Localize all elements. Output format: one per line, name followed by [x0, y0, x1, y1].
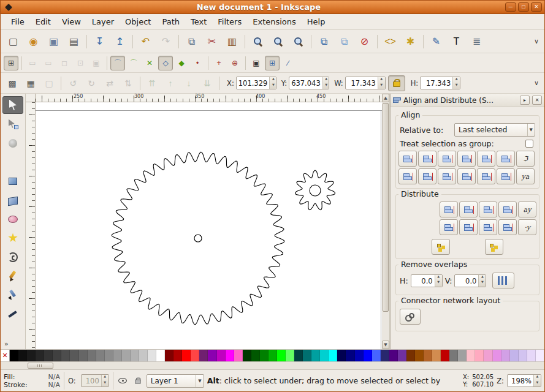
duplicate-button[interactable]: ⧉	[314, 32, 333, 51]
palette-swatch[interactable]	[131, 350, 139, 361]
spinner-down-icon[interactable]: ▼	[323, 83, 329, 89]
arrange-connector-network-button[interactable]	[400, 309, 421, 325]
snap-object-centers-button[interactable]: +	[212, 56, 226, 70]
node-tool-button[interactable]	[2, 115, 23, 133]
snap-smooth-nodes-button[interactable]: ◆	[174, 56, 189, 70]
zoom-to-fit-drawing-button[interactable]	[269, 32, 288, 51]
raise-to-top-button[interactable]: ⇈	[143, 75, 161, 91]
palette-swatch[interactable]	[208, 350, 216, 361]
copy-button[interactable]: ⧉	[182, 32, 201, 51]
palette-swatch[interactable]	[286, 350, 294, 361]
align-text-vertical-button[interactable]: ya	[516, 168, 535, 184]
snap-path-intersections-button[interactable]: ✕	[142, 56, 157, 70]
distribute-centers-vertically-button[interactable]	[459, 219, 478, 235]
make-horizontal-gaps-equal-button[interactable]	[498, 202, 517, 217]
palette-swatch[interactable]	[475, 350, 484, 361]
horizontal-scrollbar-thumb[interactable]	[28, 363, 53, 369]
redo-button[interactable]: ↷	[156, 32, 175, 51]
selector-tool-button[interactable]	[2, 96, 23, 114]
minimize-button[interactable]: ─	[505, 2, 516, 12]
maximize-button[interactable]: □	[518, 2, 529, 12]
palette-swatch[interactable]	[346, 350, 354, 361]
palette-swatch[interactable]	[10, 350, 18, 361]
menu-extensions[interactable]: Extensions	[247, 15, 302, 29]
palette-swatch[interactable]	[484, 350, 492, 361]
snap-paths-button[interactable]: ⌒	[126, 56, 141, 70]
palette-swatch[interactable]	[277, 350, 286, 361]
x-spinner[interactable]: ▲▼	[269, 77, 276, 89]
rotate-90-ccw-button[interactable]: ↺	[64, 75, 82, 91]
overlap-h-field[interactable]: 0.0 ▲▼	[411, 274, 443, 287]
palette-swatch[interactable]	[441, 350, 449, 361]
distribute-centers-horizontally-button[interactable]	[459, 202, 478, 217]
horizontal-ruler[interactable]: 250300350400450	[36, 94, 382, 102]
small-gear-center-hole[interactable]	[310, 185, 321, 196]
spinner-down-icon[interactable]: ▼	[270, 83, 276, 89]
enable-snapping-button[interactable]: ⊞	[4, 56, 18, 70]
palette-swatch[interactable]	[260, 350, 269, 361]
palette-swatch[interactable]	[191, 350, 199, 361]
panel-close-button[interactable]: ✕	[532, 96, 542, 105]
select-all-button[interactable]: ▩	[4, 75, 21, 91]
distribute-top-edges-button[interactable]	[440, 219, 458, 235]
spinner-down-icon[interactable]: ▼	[378, 83, 385, 89]
menu-help[interactable]: Help	[302, 15, 331, 29]
layer-lock-toggle[interactable]	[132, 375, 143, 386]
palette-swatch[interactable]	[320, 350, 329, 361]
align-left-edges-button[interactable]	[418, 151, 436, 167]
save-document-button[interactable]: ▣	[44, 32, 63, 51]
palette-swatch[interactable]	[139, 350, 148, 361]
tool-options-overflow-button[interactable]: ∨	[531, 78, 542, 88]
palette-swatch[interactable]	[182, 350, 191, 361]
palette-swatch[interactable]	[113, 350, 122, 361]
remove-overlaps-button[interactable]	[492, 273, 514, 288]
paste-button[interactable]: ▥	[223, 32, 242, 51]
opacity-field[interactable]: 100 ▲▼	[81, 374, 109, 387]
palette-swatch[interactable]	[44, 350, 53, 361]
current-layer-dropdown[interactable]: Layer 1 ▼	[147, 374, 204, 388]
center-on-horizontal-axis-button[interactable]	[438, 168, 456, 184]
spinner-down-icon[interactable]: ▼	[453, 83, 460, 89]
palette-swatch[interactable]	[398, 350, 406, 361]
zoom-to-fit-page-button[interactable]	[289, 32, 308, 51]
snap-rotation-centers-button[interactable]: ⊕	[227, 56, 242, 70]
palette-swatch[interactable]	[173, 350, 182, 361]
snap-bounding-box-button[interactable]: ▭	[25, 56, 40, 70]
palette-swatch[interactable]	[18, 350, 27, 361]
palette-swatch[interactable]	[156, 350, 165, 361]
find-objects-button[interactable]: ✱	[401, 32, 420, 51]
export-bitmap-button[interactable]: ↥	[110, 32, 129, 51]
zoom-to-fit-selection-button[interactable]	[248, 32, 267, 51]
palette-swatch[interactable]	[406, 350, 415, 361]
palette-swatch[interactable]	[226, 350, 234, 361]
height-spinner[interactable]: ▲▼	[452, 77, 460, 89]
palette-swatch[interactable]	[364, 350, 372, 361]
vertical-scrollbar-thumb[interactable]	[383, 103, 389, 312]
overlap-v-field[interactable]: 0.0 ▲▼	[454, 274, 486, 287]
panel-shade-button[interactable]: ▸	[520, 96, 530, 105]
pencil-tool-button[interactable]	[2, 267, 23, 285]
palette-swatch[interactable]	[337, 350, 346, 361]
align-bbox-text-baselines-button[interactable]	[497, 168, 515, 184]
scroll-down-arrow[interactable]: ▼	[382, 341, 389, 349]
snap-line-midpoints-button[interactable]: •	[190, 56, 205, 70]
snap-page-border-button[interactable]: ▣	[249, 56, 264, 70]
new-document-button[interactable]: ▢	[4, 32, 23, 51]
palette-swatch[interactable]	[424, 350, 432, 361]
palette-swatch[interactable]	[510, 350, 519, 361]
flip-vertical-button[interactable]: ⇅	[120, 75, 137, 91]
pen-tool-button[interactable]	[2, 286, 23, 304]
zoom-tool-button[interactable]	[2, 153, 23, 171]
unclump-objects-button[interactable]	[485, 239, 503, 255]
box3d-tool-button[interactable]	[2, 191, 23, 209]
distribute-left-edges-button[interactable]	[440, 202, 458, 217]
palette-swatch[interactable]	[36, 350, 44, 361]
xml-editor-button[interactable]: <>	[381, 32, 400, 51]
canvas[interactable]	[36, 102, 382, 349]
palette-swatch[interactable]	[61, 350, 70, 361]
vertical-ruler[interactable]	[26, 102, 36, 349]
spinner-down-icon[interactable]: ▼	[435, 281, 442, 287]
fill-stroke-dialog-button[interactable]: ✎	[427, 32, 446, 51]
y-position-field[interactable]: 637.043 ▲▼	[289, 77, 329, 89]
layers-dialog-button[interactable]: ≣	[467, 32, 486, 51]
